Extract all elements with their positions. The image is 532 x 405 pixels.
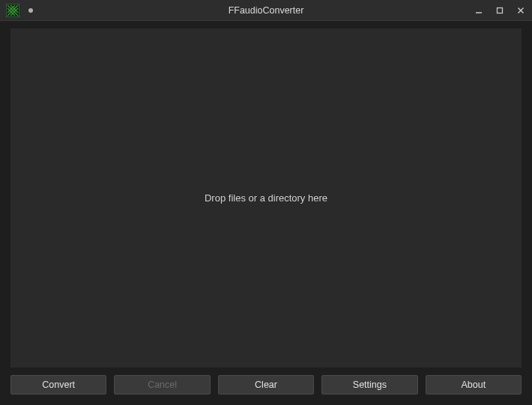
modified-indicator-icon <box>28 8 33 13</box>
button-bar: Convert Cancel Clear Settings About <box>10 375 522 395</box>
minimize-icon[interactable] <box>474 5 484 16</box>
svg-rect-2 <box>498 7 503 13</box>
app-icon <box>6 4 19 17</box>
window-controls <box>474 5 526 16</box>
titlebar: FFaudioConverter <box>0 0 532 21</box>
maximize-icon[interactable] <box>495 5 505 16</box>
close-icon[interactable] <box>516 5 526 16</box>
titlebar-left <box>6 4 33 17</box>
settings-button[interactable]: Settings <box>321 375 417 395</box>
window-title: FFaudioConverter <box>229 5 304 16</box>
content-wrapper: Drop files or a directory here Convert C… <box>0 21 532 405</box>
drop-hint-text: Drop files or a directory here <box>205 192 327 204</box>
about-button[interactable]: About <box>426 375 522 395</box>
convert-button[interactable]: Convert <box>10 375 106 395</box>
cancel-button: Cancel <box>114 375 210 395</box>
drop-area[interactable]: Drop files or a directory here <box>10 28 522 368</box>
clear-button[interactable]: Clear <box>218 375 314 395</box>
